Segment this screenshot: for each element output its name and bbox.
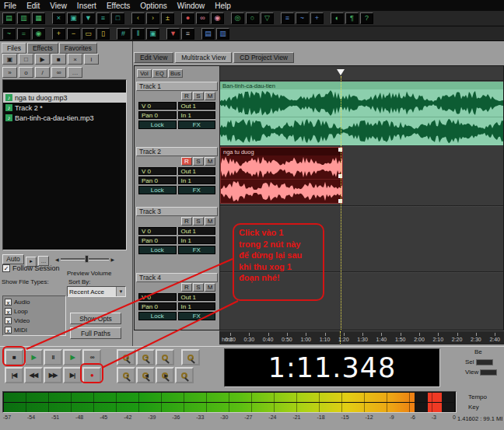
track-solo-button[interactable]: S — [193, 92, 204, 100]
full-paths-button[interactable]: Full Paths — [70, 327, 121, 339]
track-output-field[interactable]: Out 1 — [178, 167, 216, 175]
tab-effects[interactable]: Effects — [27, 43, 58, 54]
track-fx-button[interactable]: FX — [178, 121, 216, 129]
zoom-right-edge-button[interactable]: ▶ — [156, 367, 174, 383]
file-list-item[interactable]: ♪Track 2 * — [3, 103, 126, 113]
file-type-checkbox-midi[interactable]: x — [5, 327, 12, 334]
zoom-to-selection-button[interactable]: ▪ — [117, 367, 135, 383]
track-pan-field[interactable]: Pan 0 — [138, 111, 177, 119]
tab-edit-view[interactable]: Edit View — [134, 52, 173, 63]
preview-volume-slider[interactable]: ◀ ▶ — [55, 254, 114, 264]
go-to-end-button[interactable]: ▶| — [63, 367, 82, 383]
add-marker-button[interactable]: ▽ — [261, 12, 274, 24]
mix-paste-button[interactable]: ≡ — [96, 12, 110, 24]
scripts-button[interactable]: ¶ — [345, 12, 359, 24]
track-lock-button[interactable]: Lock — [138, 121, 177, 129]
snap-to-ruler-button[interactable]: # — [117, 28, 130, 40]
track-mute-button[interactable]: M — [205, 217, 215, 225]
delete-button[interactable]: □ — [111, 12, 124, 24]
marker-list-button[interactable]: ≡ — [181, 28, 194, 40]
track-input-field[interactable]: In 1 — [178, 236, 216, 244]
marker-button[interactable]: ▼ — [166, 28, 180, 40]
pause-button[interactable]: ‖ — [44, 349, 62, 365]
play-looped-button[interactable]: ∞ — [82, 349, 101, 365]
menu-window[interactable]: Window — [177, 2, 205, 10]
redo-button[interactable]: › — [146, 12, 159, 24]
mixer-button[interactable]: ≡ — [281, 12, 294, 24]
copy-button[interactable]: ▣ — [67, 12, 80, 24]
track-pan-field[interactable]: Pan 0 — [138, 177, 177, 184]
track-record-arm-button[interactable]: R — [181, 283, 192, 292]
mixer-mode-eq-button[interactable]: EQ — [152, 69, 167, 78]
show-opts-button[interactable]: Show Opts — [70, 313, 121, 324]
track-pan-field[interactable]: Pan 0 — [138, 236, 177, 244]
convert-sample-type-button[interactable]: ± — [161, 12, 174, 24]
slider-left-arrow-icon[interactable]: ◀ — [55, 257, 59, 262]
track-solo-button[interactable]: S — [193, 217, 204, 225]
tab-multitrack-view[interactable]: Multitrack View — [175, 52, 232, 63]
insert-into-multitrack-button[interactable]: » — [2, 67, 17, 78]
zoom-tool-button[interactable]: ◎ — [231, 12, 244, 24]
timeline-ruler[interactable]: hms 0:200:300:400:501:001:101:201:301:40… — [219, 330, 504, 344]
zoom-horizontal-button[interactable]: ↔ — [181, 349, 200, 365]
dropdown-arrow-icon[interactable]: ▼ — [116, 287, 125, 296]
file-type-checkbox-audio[interactable]: x — [5, 299, 12, 306]
cd-burn-button[interactable]: ◐ — [331, 12, 344, 24]
stop-file-button[interactable]: ■ — [51, 54, 66, 65]
track-output-field[interactable]: Out 1 — [178, 102, 216, 110]
zoom-in-horizontal-button[interactable]: + — [52, 28, 65, 40]
menu-options[interactable]: Options — [140, 2, 166, 10]
fast-forward-button[interactable]: ▶▶ — [44, 367, 62, 383]
track-volume-field[interactable]: V 0 — [138, 293, 177, 301]
zoom-full-button[interactable]: ▭ — [82, 28, 95, 40]
sort-options-button[interactable]: … — [68, 67, 82, 78]
import-file-button[interactable]: ▣ — [2, 54, 17, 65]
track-input-field[interactable]: In 1 — [178, 302, 216, 310]
track-volume-field[interactable]: V 0 — [138, 167, 177, 175]
play-from-cursor-button[interactable]: ▶ — [63, 349, 82, 365]
paste-button[interactable]: ▼ — [82, 12, 95, 24]
undo-button[interactable]: ‹ — [131, 12, 145, 24]
track-lock-button[interactable]: Lock — [138, 186, 177, 194]
multitrack-view-button[interactable]: = — [17, 28, 30, 40]
sel-field[interactable] — [476, 359, 493, 365]
save-session-button[interactable]: ▦ — [32, 12, 45, 24]
mixer-mode-bus-button[interactable]: Bus — [168, 69, 183, 78]
organizer-toggle-button[interactable]: ▥ — [216, 28, 229, 40]
track-input-field[interactable]: In 1 — [178, 177, 216, 184]
rewind-button[interactable]: ◀◀ — [24, 367, 43, 383]
session-properties-button[interactable]: ▤ — [201, 28, 215, 40]
menu-view[interactable]: View — [50, 2, 67, 10]
punch-in-button[interactable]: ◉ — [211, 12, 224, 24]
file-type-checkbox-loop[interactable]: x — [5, 308, 12, 315]
zoom-vertical-button[interactable]: ↕ — [175, 367, 194, 383]
track-record-arm-button[interactable]: R — [181, 92, 192, 100]
track-lock-button[interactable]: Lock — [138, 312, 177, 320]
track-fx-button[interactable]: FX — [178, 186, 216, 194]
track-mute-button[interactable]: M — [205, 92, 215, 100]
remove-file-button[interactable]: × — [68, 54, 82, 65]
find-beats-button[interactable]: ○ — [246, 12, 259, 24]
tab-favorites[interactable]: Favorites — [59, 43, 97, 54]
insert-into-cd-button[interactable]: o — [19, 67, 33, 78]
open-file-button[interactable]: ▥ — [17, 12, 30, 24]
track-pan-field[interactable]: Pan 0 — [138, 302, 177, 310]
loop-mode-button[interactable]: ∞ — [51, 67, 66, 78]
zoom-out-horizontal-button[interactable]: − — [67, 28, 80, 40]
zoom-selection-button[interactable]: ▯ — [96, 28, 110, 40]
track-volume-field[interactable]: V 0 — [138, 102, 177, 110]
track-input-field[interactable]: In 1 — [178, 111, 216, 119]
snap-to-clips-button[interactable]: ‖ — [131, 28, 145, 40]
cd-project-view-button[interactable]: ◉ — [32, 28, 45, 40]
zoom-out-button[interactable]: − — [136, 349, 155, 365]
track-record-arm-button[interactable]: R — [181, 217, 192, 225]
track-eq-button[interactable]: ~ — [296, 12, 309, 24]
help-button[interactable]: ? — [360, 12, 373, 24]
menu-help[interactable]: Help — [215, 2, 231, 10]
track-mute-button[interactable]: M — [205, 283, 215, 292]
sort-by-dropdown[interactable]: Recent Acce ▼ — [67, 286, 126, 297]
file-type-checkbox-video[interactable]: x — [5, 317, 12, 324]
cut-button[interactable]: × — [52, 12, 65, 24]
play-file-button[interactable]: ▶ — [35, 54, 50, 65]
go-to-beginning-button[interactable]: |◀ — [5, 367, 23, 383]
